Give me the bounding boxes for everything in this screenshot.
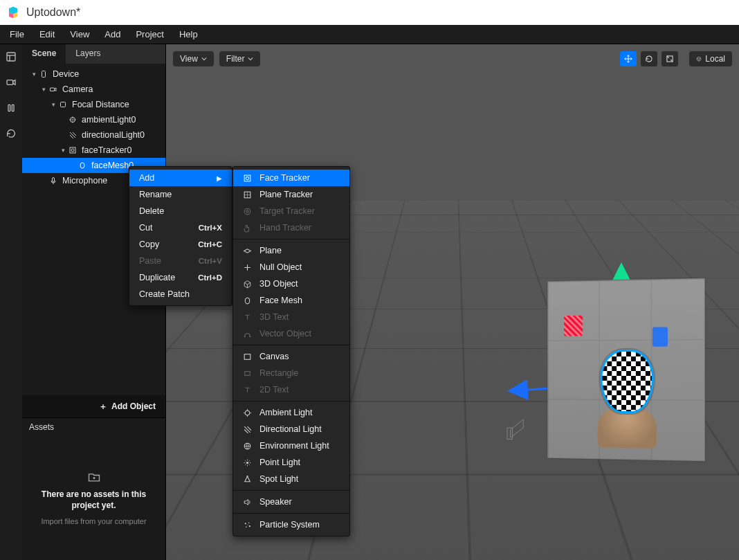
svg-rect-0: [7, 53, 15, 61]
assets-empty-title: There are no assets in this project yet.: [36, 489, 152, 511]
tree-item-focal[interactable]: ▾ Focal Distance: [22, 97, 165, 112]
face-mesh-icon: [241, 296, 253, 305]
svg-rect-29: [244, 354, 250, 359]
chevron-down-icon: [248, 56, 253, 62]
svg-point-33: [246, 461, 248, 463]
sm-item-directional-light[interactable]: Directional Light: [233, 421, 349, 437]
device-icon: [37, 70, 50, 78]
rectangle-icon: [241, 369, 253, 378]
svg-rect-7: [51, 88, 55, 91]
left-tool-strip: [0, 44, 22, 560]
window-title: Uptodown*: [26, 6, 80, 19]
svg-point-35: [244, 523, 246, 524]
tree-item-facetracker[interactable]: ▾ faceTracker0: [22, 143, 165, 158]
svg-rect-3: [7, 80, 13, 85]
svg-rect-15: [53, 178, 55, 182]
scene-facemesh: [601, 350, 654, 414]
svg-point-13: [71, 149, 74, 152]
svg-rect-8: [61, 102, 66, 107]
text-2d-icon: [241, 386, 253, 395]
video-icon[interactable]: [6, 77, 17, 90]
pause-icon[interactable]: [6, 102, 17, 116]
viewport-toolbar-left: View Filter: [173, 51, 260, 66]
assets-panel-header[interactable]: Assets: [22, 417, 165, 435]
plane-tracker-icon: [241, 190, 253, 199]
svg-point-39: [247, 524, 248, 525]
view-dropdown[interactable]: View: [173, 51, 214, 66]
move-tool-button[interactable]: [620, 51, 637, 66]
local-toggle[interactable]: Local: [689, 51, 732, 66]
hand-tracker-icon: [241, 224, 253, 233]
svg-point-38: [246, 526, 247, 527]
menu-add[interactable]: Add: [98, 26, 127, 42]
context-menu: Add ▶ Rename Delete CutCtrl+X CopyCtrl+C…: [129, 166, 232, 306]
scale-tool-button[interactable]: [662, 51, 678, 66]
face-tracker-icon: [241, 174, 253, 183]
cm-item-duplicate[interactable]: DuplicateCtrl+D: [129, 269, 232, 286]
marker-blue: [653, 327, 668, 346]
tab-scene[interactable]: Scene: [22, 44, 66, 64]
sm-item-particle-system[interactable]: Particle System: [233, 516, 349, 533]
sm-item-plane-tracker[interactable]: Plane Tracker: [233, 186, 349, 203]
sm-item-face-tracker[interactable]: Face Tracker: [233, 170, 349, 186]
tree-item-device[interactable]: ▾ Device: [22, 66, 165, 82]
environment-light-icon: [241, 442, 253, 451]
add-object-button[interactable]: ＋ Add Object: [22, 395, 165, 417]
sm-item-canvas[interactable]: Canvas: [233, 348, 349, 365]
tab-layers[interactable]: Layers: [66, 44, 110, 64]
svg-point-37: [248, 525, 250, 527]
filter-dropdown[interactable]: Filter: [219, 51, 261, 66]
sm-item-ambient-light[interactable]: Ambient Light: [233, 404, 349, 421]
cm-item-rename[interactable]: Rename: [129, 186, 232, 203]
sm-item-target-tracker: Target Tracker: [233, 203, 349, 219]
scene-plane: [547, 278, 705, 462]
point-light-icon: [241, 458, 253, 467]
svg-point-22: [246, 177, 248, 179]
chevron-down-icon: [201, 56, 207, 62]
menu-file[interactable]: File: [3, 26, 31, 42]
tree-item-directional[interactable]: directionalLight0: [22, 127, 165, 143]
cm-item-copy[interactable]: CopyCtrl+C: [129, 236, 232, 253]
tree-item-camera[interactable]: ▾ Camera: [22, 82, 165, 97]
svg-point-27: [244, 336, 245, 337]
sm-item-environment-light[interactable]: Environment Light: [233, 437, 349, 454]
plus-icon: ＋: [99, 401, 107, 413]
svg-point-24: [244, 208, 250, 215]
add-submenu: Face Tracker Plane Tracker Target Tracke…: [232, 166, 350, 536]
sm-item-3d-object[interactable]: 3D Object: [233, 276, 349, 292]
cm-item-add[interactable]: Add ▶: [129, 170, 232, 186]
svg-rect-30: [244, 371, 250, 374]
cm-item-cut[interactable]: CutCtrl+X: [129, 219, 232, 236]
assets-empty-sub: Import files from your computer: [41, 517, 146, 525]
svg-point-25: [246, 210, 248, 212]
sm-item-speaker[interactable]: Speaker: [233, 494, 349, 510]
tree-item-ambient[interactable]: ambientLight0: [22, 112, 165, 127]
cm-item-delete[interactable]: Delete: [129, 203, 232, 219]
spot-light-icon: [241, 475, 253, 484]
refresh-icon[interactable]: [6, 128, 17, 141]
menu-help[interactable]: Help: [172, 26, 205, 42]
sm-item-spot-light[interactable]: Spot Light: [233, 471, 349, 487]
svg-point-31: [245, 410, 250, 415]
menu-project[interactable]: Project: [129, 26, 170, 42]
menu-view[interactable]: View: [63, 26, 96, 42]
ambient-light-icon: [241, 408, 253, 417]
sm-item-point-light[interactable]: Point Light: [233, 454, 349, 471]
cube-icon: [241, 280, 253, 289]
sm-item-null-object[interactable]: Null Object: [233, 259, 349, 276]
layout-icon[interactable]: [6, 51, 17, 64]
sm-item-plane[interactable]: Plane: [233, 242, 349, 259]
focal-icon: [57, 100, 69, 109]
viewport-toolbar-right: Local: [620, 51, 732, 66]
chevron-right-icon: ▶: [211, 174, 222, 182]
svg-point-26: [245, 298, 250, 304]
text-3d-icon: [241, 313, 253, 322]
ambient-light-icon: [66, 116, 79, 124]
rotate-tool-button[interactable]: [641, 51, 657, 66]
menu-edit[interactable]: Edit: [33, 26, 62, 42]
face-tracker-icon: [66, 146, 79, 154]
sm-item-face-mesh[interactable]: Face Mesh: [233, 292, 349, 309]
panel-tabs: Scene Layers: [22, 44, 165, 64]
sm-item-2d-text: 2D Text: [233, 381, 349, 398]
cm-item-create-patch[interactable]: Create Patch: [129, 286, 232, 302]
